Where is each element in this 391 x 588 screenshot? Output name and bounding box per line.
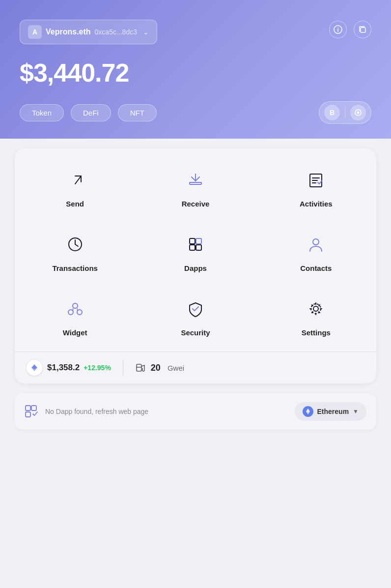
tab-token[interactable]: Token [20, 104, 64, 121]
partner-divider [345, 107, 345, 118]
svg-rect-16 [190, 245, 195, 250]
svg-point-20 [68, 310, 73, 315]
address-bar[interactable]: A Veprons.eth 0xca5c...8dc3 ⌄ [20, 20, 157, 44]
gas-icon [135, 362, 146, 373]
contacts-label: Contacts [300, 264, 332, 272]
svg-rect-17 [196, 245, 201, 250]
activities-action[interactable]: Activities [256, 153, 376, 218]
svg-point-24 [313, 306, 318, 311]
asset-tabs: Token DeFi NFT B [20, 101, 371, 124]
transactions-action[interactable]: Transactions [15, 218, 135, 282]
eth-price: $1,358.2 [47, 363, 80, 373]
main-card: Send Receive [15, 148, 376, 383]
send-action[interactable]: Send [15, 153, 135, 218]
dapps-action[interactable]: Dapps [135, 218, 255, 282]
dapps-label: Dapps [184, 264, 207, 272]
dapps-icon [183, 232, 208, 257]
send-icon [62, 167, 88, 193]
info-button[interactable] [329, 21, 347, 38]
transactions-label: Transactions [52, 264, 98, 272]
gas-section: 20 Gwei [135, 362, 184, 373]
activities-label: Activities [300, 200, 333, 208]
svg-rect-8 [190, 182, 201, 184]
contacts-icon [303, 232, 329, 257]
chevron-down-icon: ⌄ [143, 28, 149, 36]
eth-icon [27, 360, 42, 376]
network-chevron-icon: ▼ [353, 408, 359, 415]
svg-rect-30 [26, 406, 30, 411]
svg-rect-28 [137, 364, 141, 371]
wallet-balance: $3,440.72 [20, 58, 371, 88]
copy-button[interactable] [354, 21, 371, 38]
svg-line-6 [75, 176, 81, 184]
svg-rect-15 [196, 238, 201, 244]
settings-label: Settings [302, 328, 331, 337]
actions-grid: Send Receive [15, 148, 376, 352]
settings-action[interactable]: Settings [256, 282, 376, 347]
partner-b-logo: B [324, 105, 340, 120]
widget-icon [62, 296, 88, 322]
tab-nft[interactable]: NFT [118, 104, 157, 121]
ticker-bar: $1,358.2 +12.95% 20 Gwei [15, 352, 376, 383]
dapp-bar: No Dapp found, refresh web page Ethereum… [15, 393, 376, 430]
security-icon [183, 296, 208, 322]
widget-label: Widget [63, 328, 87, 337]
tab-defi[interactable]: DeFi [71, 104, 111, 121]
svg-rect-14 [190, 238, 195, 244]
network-button[interactable]: Ethereum ▼ [295, 402, 366, 421]
svg-point-21 [77, 310, 82, 315]
contacts-action[interactable]: Contacts [256, 218, 376, 282]
security-label: Security [181, 328, 210, 337]
ticker-divider [123, 360, 123, 376]
wallet-avatar: A [28, 25, 42, 39]
svg-rect-31 [31, 406, 36, 411]
transactions-icon [62, 232, 88, 257]
dapp-message: No Dapp found, refresh web page [45, 408, 295, 415]
settings-icon [303, 296, 329, 322]
security-action[interactable]: Security [135, 282, 255, 347]
activities-icon [303, 167, 329, 193]
header-icons [329, 21, 371, 38]
network-eth-icon [303, 406, 313, 417]
wallet-name: Veprons.eth [46, 28, 91, 36]
dapp-grid-icon [25, 405, 38, 418]
eth-change: +12.95% [84, 364, 111, 372]
receive-label: Receive [182, 200, 210, 208]
svg-point-18 [313, 239, 319, 245]
svg-point-2 [337, 28, 338, 29]
partner-second-logo [350, 105, 366, 120]
svg-point-19 [73, 303, 78, 308]
svg-point-5 [357, 112, 360, 114]
send-label: Send [66, 200, 84, 208]
gas-value: 20 [151, 363, 161, 373]
svg-rect-3 [361, 28, 365, 32]
receive-action[interactable]: Receive [135, 153, 255, 218]
receive-icon [183, 167, 208, 193]
hero-section: A Veprons.eth 0xca5c...8dc3 ⌄ $3,440.72 … [0, 0, 391, 139]
svg-rect-32 [26, 412, 30, 417]
gas-unit: Gwei [168, 364, 184, 372]
network-label: Ethereum [317, 408, 349, 415]
partner-logos: B [319, 101, 371, 124]
wallet-address: 0xca5c...8dc3 [95, 28, 137, 36]
widget-action[interactable]: Widget [15, 282, 135, 347]
